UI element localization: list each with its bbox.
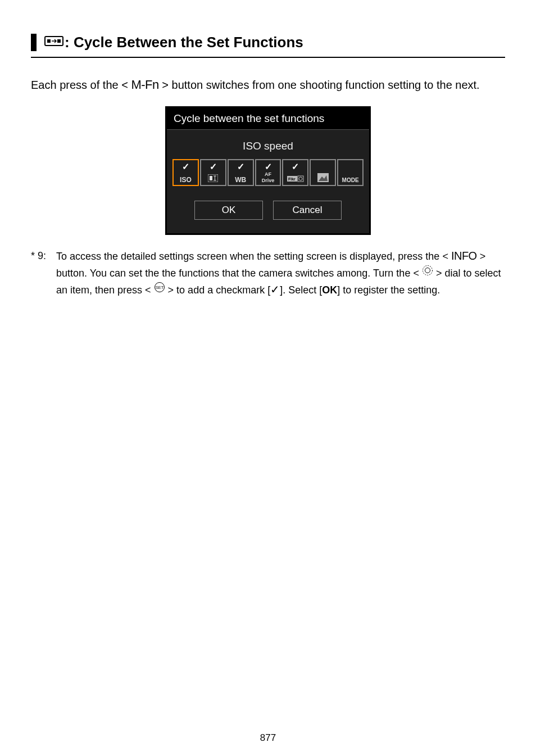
fn-cell-af-drive: ✓ AFDrive (255, 159, 281, 186)
fn-label-wb: WB (235, 176, 246, 183)
camera-screen-body: ISO speed ✓ ISO ✓ ✓ WB (167, 130, 369, 233)
section-title-text: : Cycle Between the Set Functions (65, 34, 303, 51)
fn-label-af-drive: AFDrive (262, 171, 275, 183)
camera-function-grid: ✓ ISO ✓ ✓ WB ✓ (167, 156, 369, 198)
intro-paragraph: Each press of the < M-Fn > button switch… (31, 77, 505, 95)
checkmark-icon: ✓ (283, 161, 307, 172)
intro-text-part2: > button switches from one shooting func… (159, 79, 480, 91)
mfn-button-glyph: M-Fn (131, 76, 158, 94)
checkmark-icon: ✓ (174, 161, 198, 172)
footnote-marker: * 9: (31, 248, 56, 300)
fn-cell-flicker: ✓ Flkr (282, 159, 308, 186)
fn-text-6: ] to register the setting. (337, 284, 440, 296)
svg-rect-2 (57, 39, 61, 43)
page-number: 877 (0, 732, 536, 744)
checkmark-icon: ✓ (201, 161, 225, 172)
set-button-icon: SET (154, 282, 165, 298)
camera-lcd-screenshot: Cycle between the set functions ISO spee… (31, 106, 505, 235)
fn-text-4: > to add a checkmark [ (165, 284, 271, 296)
svg-text:SET: SET (155, 285, 163, 290)
fn-label-mode: MODE (342, 178, 359, 183)
cycle-functions-icon (44, 34, 63, 51)
quick-control-dial-icon (422, 265, 433, 281)
footnote-body: To access the detailed settings screen w… (56, 248, 505, 300)
fn-text-5: ]. Select [ (280, 284, 322, 296)
fn-label-iso: ISO (180, 176, 192, 183)
camera-button-row: OK Cancel (167, 198, 369, 227)
camera-screen-title: Cycle between the set functions (167, 108, 369, 130)
fn-cell-mode: MODE (337, 159, 364, 186)
intro-text-part1: Each press of the < (31, 79, 131, 91)
fn-text-1: To access the detailed settings screen w… (56, 251, 451, 262)
svg-text:Flkr: Flkr (288, 177, 296, 181)
checkmark-icon: ✓ (256, 161, 280, 172)
svg-point-10 (425, 268, 430, 273)
exposure-comp-icon (208, 174, 218, 183)
picture-style-icon (317, 173, 329, 183)
camera-screen-panel: Cycle between the set functions ISO spee… (165, 106, 371, 235)
fn-cell-exposure-comp: ✓ (200, 159, 226, 186)
footnote-9: * 9: To access the detailed settings scr… (31, 248, 505, 300)
fn-ok-strong: OK (322, 284, 337, 296)
section-title-rule (31, 57, 505, 58)
svg-rect-3 (208, 174, 218, 182)
camera-screen-subtitle: ISO speed (167, 134, 369, 156)
checkmark-icon: ✓ (229, 161, 253, 172)
flicker-icon: Flkr (287, 175, 304, 183)
svg-point-7 (299, 177, 302, 180)
fn-cell-wb: ✓ WB (228, 159, 254, 186)
camera-cancel-button: Cancel (273, 201, 342, 220)
svg-point-9 (423, 265, 432, 275)
checkmark-glyph: ✓ (270, 281, 280, 298)
section-heading-block: : Cycle Between the Set Functions (31, 34, 505, 51)
fn-cell-picture-style (310, 159, 336, 186)
camera-ok-button: OK (194, 201, 263, 220)
svg-rect-1 (47, 39, 51, 43)
info-button-glyph: INFO (451, 247, 477, 265)
section-title: : Cycle Between the Set Functions (44, 34, 505, 51)
fn-cell-iso: ✓ ISO (172, 159, 199, 186)
